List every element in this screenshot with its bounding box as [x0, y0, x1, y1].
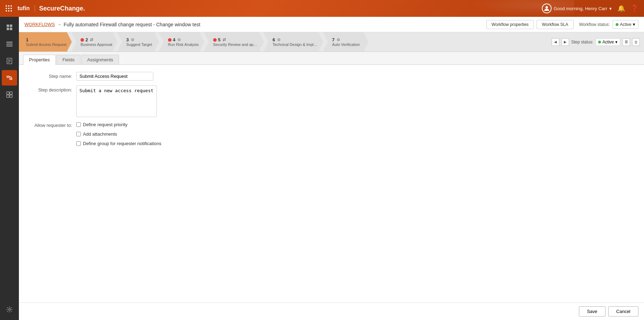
step-3[interactable]: 3 ⊙ Suggest Target: [117, 32, 159, 52]
greeting-text: Good morning, Henry Carr: [554, 6, 607, 11]
step-5-indicator: [213, 38, 217, 42]
content-area: WORKFLOWS → Fully automated Firewall cha…: [19, 17, 644, 320]
sidebar-item-workflows[interactable]: [2, 70, 17, 86]
sidebar-item-settings[interactable]: [2, 302, 17, 317]
footer-bar: Save Cancel: [19, 302, 644, 320]
step-3-label: Suggest Target: [126, 42, 152, 47]
svg-rect-2: [10, 25, 12, 27]
logo-tufin: tufin: [18, 5, 30, 12]
step-status-dropdown[interactable]: Active ▾: [595, 38, 620, 46]
step-2-number-row: 2 ⇄: [80, 37, 112, 42]
svg-rect-13: [10, 92, 12, 94]
step-7-icon: ⊙: [337, 38, 340, 42]
step-5-number-row: 5 ⇄: [213, 37, 259, 42]
sidebar-item-dashboard[interactable]: [2, 20, 17, 35]
checkbox-row-priority: Define request priority: [76, 122, 161, 127]
step-4-number-row: 4 ⊙: [168, 37, 199, 42]
sidebar-item-list[interactable]: [2, 36, 17, 52]
svg-point-0: [545, 6, 548, 9]
step-2[interactable]: 2 ⇄ Business Approval: [71, 32, 118, 52]
svg-rect-14: [7, 95, 9, 97]
step-5-inner: 5 ⇄ Security Review and approval (escala…: [211, 37, 259, 47]
svg-rect-6: [6, 44, 13, 45]
breadcrumb-arrow: →: [57, 22, 62, 27]
breadcrumb-workflows-link[interactable]: WORKFLOWS: [24, 22, 55, 27]
form-area: Step name: Step description: Submit a ne…: [19, 65, 644, 302]
grid-icon: [6, 5, 12, 12]
step-name-row: Step name:: [27, 72, 636, 81]
sidebar-item-grid[interactable]: [2, 87, 17, 102]
step-6-label: Technical Design & Implementation: [273, 42, 318, 47]
step-2-inner: 2 ⇄ Business Approval: [78, 37, 112, 47]
workflow-status-dropdown[interactable]: Active ▾: [612, 20, 638, 29]
status-active-dot: [616, 23, 618, 26]
step-3-inner: 3 ⊙ Suggest Target: [124, 37, 152, 47]
tab-fields[interactable]: Fields: [56, 55, 80, 64]
header-right: Good morning, Henry Carr ▾ 🔔 ❓: [542, 4, 638, 13]
checkbox-priority[interactable]: [76, 122, 81, 127]
step-7-inner: 7 ⊙ Auto Verification: [330, 37, 360, 47]
help-icon[interactable]: ❓: [631, 5, 638, 12]
step-4-icon: ⊙: [177, 38, 181, 42]
steps-bar: 1 Submit Access Request 2 ⇄ Business App…: [19, 32, 644, 52]
svg-rect-7: [6, 46, 13, 47]
step-description-row: Step description: Submit a new access re…: [27, 86, 636, 117]
step-5-number: 5: [218, 37, 220, 42]
svg-rect-1: [7, 25, 9, 27]
allow-requester-label: Allow requester to:: [27, 122, 76, 128]
page-title: Fully automated Firewall change request …: [64, 22, 201, 27]
svg-rect-15: [10, 95, 12, 97]
main-layout: WORKFLOWS → Fully automated Firewall cha…: [0, 17, 644, 320]
svg-rect-11: [8, 62, 10, 63]
step-status-label: Step status:: [571, 40, 593, 45]
tab-properties[interactable]: Properties: [23, 55, 56, 65]
step-7[interactable]: 7 ⊙ Auto Verification: [323, 32, 369, 52]
svg-rect-9: [8, 60, 11, 60]
step-5-label: Security Review and approval (escalation…: [213, 42, 259, 47]
step-2-indicator: [80, 38, 84, 42]
step-5[interactable]: 5 ⇄ Security Review and approval (escala…: [204, 32, 264, 52]
workflow-properties-button[interactable]: Workflow properties: [486, 20, 534, 29]
checkbox-group[interactable]: [76, 141, 81, 146]
save-button[interactable]: Save: [579, 306, 606, 316]
bell-icon[interactable]: 🔔: [617, 5, 625, 12]
delete-step-button[interactable]: 🗑: [632, 38, 640, 46]
step-1-number-row: 1: [26, 37, 66, 42]
step-7-number-row: 7 ⊙: [332, 37, 360, 42]
step-4-number: 4: [173, 37, 175, 42]
checkbox-row-group: Define group for requester notifications: [76, 141, 161, 146]
step-2-icon: ⇄: [90, 38, 93, 42]
step-description-input[interactable]: Submit a new access request: [76, 86, 157, 117]
checkbox-group-label: Define group for requester notifications: [83, 141, 161, 146]
svg-point-16: [9, 309, 10, 311]
sidebar-item-requests[interactable]: [2, 53, 17, 69]
workflow-status-label: Workflow status:: [579, 22, 610, 27]
step-4-indicator: [168, 38, 172, 42]
step-2-label: Business Approval: [80, 42, 112, 47]
list-view-button[interactable]: ☰: [622, 38, 630, 46]
step-1-inner: 1 Submit Access Request: [24, 37, 66, 47]
step-6-number: 6: [273, 37, 275, 42]
checkbox-attachments[interactable]: [76, 132, 81, 136]
step-name-input[interactable]: [76, 72, 153, 81]
step-4-label: Run Risk Analysis: [168, 42, 199, 47]
cancel-button[interactable]: Cancel: [608, 306, 638, 316]
step-1[interactable]: 1 Submit Access Request: [19, 32, 72, 52]
step-status-value: Active: [602, 40, 614, 45]
user-greeting[interactable]: Good morning, Henry Carr ▾: [542, 4, 612, 13]
step-name-label: Step name:: [27, 72, 76, 79]
workflow-sla-button[interactable]: Workflow SLA: [537, 20, 573, 29]
checkboxes-column: Define request priority Add attachments …: [76, 122, 161, 149]
allow-requester-row: Allow requester to: Define request prior…: [27, 122, 636, 149]
workflow-status-value: Active: [620, 22, 631, 27]
step-6[interactable]: 6 ⊙ Technical Design & Implementation: [264, 32, 323, 52]
step-7-label: Auto Verification: [332, 42, 360, 47]
step-status-dot: [598, 41, 601, 43]
step-4[interactable]: 4 ⊙ Run Risk Analysis: [159, 32, 204, 52]
tab-assignments[interactable]: Assignments: [81, 55, 119, 64]
tab-bar: Properties Fields Assignments: [19, 52, 644, 65]
step-prev-button[interactable]: ◀: [552, 38, 559, 46]
step-3-icon: ⊙: [131, 38, 134, 42]
step-next-button[interactable]: ▶: [561, 38, 569, 46]
svg-rect-4: [10, 28, 12, 30]
